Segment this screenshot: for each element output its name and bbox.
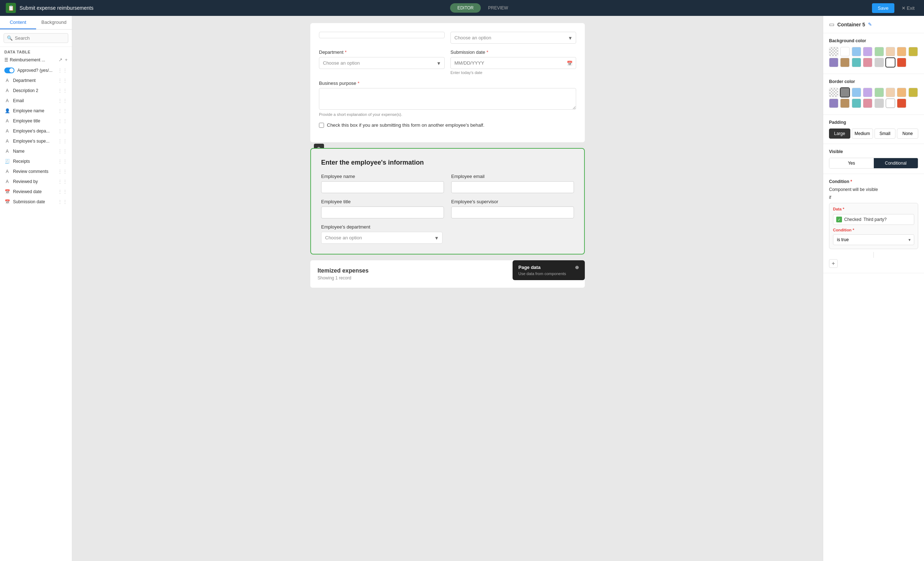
border-swatch-blue[interactable] bbox=[852, 88, 861, 97]
border-swatch-purple[interactable] bbox=[863, 88, 872, 97]
color-swatch-pink1[interactable] bbox=[863, 58, 872, 67]
tab-content[interactable]: Content bbox=[0, 16, 36, 29]
drag-handle-icon[interactable]: ⋮⋮ bbox=[57, 159, 68, 164]
drag-handle-icon[interactable]: ⋮⋮ bbox=[57, 179, 68, 184]
border-swatch-pink[interactable] bbox=[863, 99, 872, 108]
visible-yes[interactable]: Yes bbox=[830, 158, 874, 168]
employee-supervisor-col: Employee's supervisor bbox=[451, 199, 574, 218]
app-icon: 📋 bbox=[6, 3, 16, 13]
color-swatch-purple2[interactable] bbox=[829, 58, 838, 67]
business-purpose-input[interactable] bbox=[319, 88, 576, 110]
color-swatch-brown1[interactable] bbox=[840, 58, 850, 67]
color-swatch-white2[interactable] bbox=[886, 58, 895, 67]
employee-supervisor-input[interactable] bbox=[451, 206, 574, 218]
color-swatch-orange1[interactable] bbox=[897, 47, 906, 56]
collapse-icon[interactable]: ⊕ bbox=[575, 265, 579, 270]
data-table-actions: ↗ + bbox=[58, 57, 68, 63]
vertical-divider bbox=[873, 252, 874, 258]
padding-medium[interactable]: Medium bbox=[852, 129, 873, 139]
sidebar-item-employee-name[interactable]: 👤 Employee name ⋮⋮ bbox=[0, 106, 72, 116]
add-condition-button[interactable]: + bbox=[829, 259, 838, 268]
visible-conditional[interactable]: Conditional bbox=[874, 158, 918, 168]
drag-handle-icon[interactable]: ⋮⋮ bbox=[57, 128, 68, 134]
sidebar-item-employees-dept[interactable]: A Employee's depa... ⋮⋮ bbox=[0, 126, 72, 136]
border-swatch-gray2[interactable] bbox=[874, 99, 884, 108]
border-swatch-transparent[interactable] bbox=[829, 88, 838, 97]
drag-handle-icon[interactable]: ⋮⋮ bbox=[57, 67, 68, 73]
drag-handle-icon[interactable]: ⋮⋮ bbox=[57, 169, 68, 174]
padding-none[interactable]: None bbox=[897, 129, 918, 139]
editor-tab[interactable]: EDITOR bbox=[450, 3, 481, 13]
border-swatch-teal[interactable] bbox=[852, 99, 861, 108]
search-input[interactable] bbox=[15, 35, 65, 41]
itemized-card: Itemized expenses Showing 1 record Page … bbox=[310, 260, 585, 288]
sidebar-item-reviewed-by[interactable]: A Reviewed by ⋮⋮ bbox=[0, 177, 72, 187]
employee-email-input[interactable] bbox=[451, 181, 574, 193]
employee-department-select[interactable]: Choose an option bbox=[321, 232, 442, 244]
submission-date-input[interactable] bbox=[450, 57, 576, 69]
sidebar-item-employee-title[interactable]: A Employee title ⋮⋮ bbox=[0, 116, 72, 126]
sidebar-item-receipts[interactable]: 🧾 Receipts ⋮⋮ bbox=[0, 156, 72, 166]
third-party-checkbox[interactable] bbox=[319, 123, 324, 128]
border-swatch-yellow[interactable] bbox=[909, 88, 918, 97]
topbar: 📋 Submit expense reimbursements EDITOR P… bbox=[0, 0, 924, 16]
border-swatch-orange[interactable] bbox=[897, 88, 906, 97]
drag-handle-icon[interactable]: ⋮⋮ bbox=[57, 118, 68, 124]
color-swatch-gray1[interactable] bbox=[874, 58, 884, 67]
padding-small[interactable]: Small bbox=[874, 129, 896, 139]
color-swatch-green1[interactable] bbox=[874, 47, 884, 56]
text-icon: A bbox=[4, 118, 10, 124]
drag-handle-icon[interactable]: ⋮⋮ bbox=[57, 98, 68, 103]
sidebar-item-department[interactable]: A Department ⋮⋮ bbox=[0, 75, 72, 85]
sidebar-item-email[interactable]: A Email ⋮⋮ bbox=[0, 96, 72, 106]
drag-handle-icon[interactable]: ⋮⋮ bbox=[57, 78, 68, 84]
border-swatch-white[interactable] bbox=[886, 99, 895, 108]
sidebar-item-approved[interactable]: Approved? (yes/... ⋮⋮ bbox=[0, 65, 72, 75]
employee-name-input[interactable] bbox=[321, 181, 444, 193]
visible-section: Visible Yes Conditional bbox=[823, 144, 924, 174]
sidebar-item-employees-sup[interactable]: A Employee's supe... ⋮⋮ bbox=[0, 136, 72, 146]
border-swatch-purple2[interactable] bbox=[829, 99, 838, 108]
sidebar-item-name[interactable]: A Name ⋮⋮ bbox=[0, 146, 72, 156]
add-table-icon[interactable]: + bbox=[64, 57, 68, 63]
border-swatch-green[interactable] bbox=[874, 88, 884, 97]
save-button[interactable]: Save bbox=[872, 3, 894, 13]
color-swatch-blue1[interactable] bbox=[852, 47, 861, 56]
sidebar-item-submission-date[interactable]: 📅 Submission date ⋮⋮ bbox=[0, 197, 72, 207]
color-swatch-peach1[interactable] bbox=[886, 47, 895, 56]
border-swatch-red[interactable] bbox=[897, 99, 906, 108]
top-dropdown[interactable]: Choose an option bbox=[450, 32, 576, 44]
employee-supervisor-label: Employee's supervisor bbox=[451, 199, 574, 204]
drag-handle-icon[interactable]: ⋮⋮ bbox=[57, 148, 68, 154]
color-swatch-white[interactable] bbox=[840, 47, 850, 56]
department-select[interactable]: Choose an option bbox=[319, 57, 445, 69]
condition-select[interactable]: is true bbox=[833, 234, 914, 245]
drag-handle-icon[interactable]: ⋮⋮ bbox=[57, 189, 68, 194]
tab-background[interactable]: Background bbox=[36, 16, 72, 29]
drag-handle-icon[interactable]: ⋮⋮ bbox=[57, 108, 68, 114]
color-swatch-yellow1[interactable] bbox=[909, 47, 918, 56]
sidebar-item-review-comments[interactable]: A Review comments ⋮⋮ bbox=[0, 166, 72, 177]
drag-handle-icon[interactable]: ⋮⋮ bbox=[57, 138, 68, 144]
border-swatch-brown[interactable] bbox=[840, 99, 850, 108]
color-swatch-teal1[interactable] bbox=[852, 58, 861, 67]
drag-handle-icon[interactable]: ⋮⋮ bbox=[57, 88, 68, 94]
border-swatch-peach[interactable] bbox=[886, 88, 895, 97]
color-swatch-purple1[interactable] bbox=[863, 47, 872, 56]
search-input-wrap: 🔍 bbox=[4, 33, 68, 43]
text-icon: A bbox=[4, 128, 10, 134]
text-icon: A bbox=[4, 138, 10, 144]
border-color-grid bbox=[829, 88, 918, 108]
preview-tab[interactable]: PREVIEW bbox=[481, 3, 515, 13]
color-swatch-transparent[interactable] bbox=[829, 47, 838, 56]
sidebar-item-description2[interactable]: A Description 2 ⋮⋮ bbox=[0, 85, 72, 96]
color-swatch-red1[interactable] bbox=[897, 58, 906, 67]
external-link-icon[interactable]: ↗ bbox=[58, 57, 63, 63]
padding-large[interactable]: Large bbox=[829, 129, 850, 139]
sidebar-item-reviewed-date[interactable]: 📅 Reviewed date ⋮⋮ bbox=[0, 187, 72, 197]
employee-title-input[interactable] bbox=[321, 206, 444, 218]
border-swatch-gray[interactable] bbox=[840, 88, 850, 97]
edit-icon[interactable]: ✎ bbox=[868, 22, 872, 27]
exit-button[interactable]: ✕ Exit bbox=[898, 3, 918, 13]
drag-handle-icon[interactable]: ⋮⋮ bbox=[57, 199, 68, 205]
